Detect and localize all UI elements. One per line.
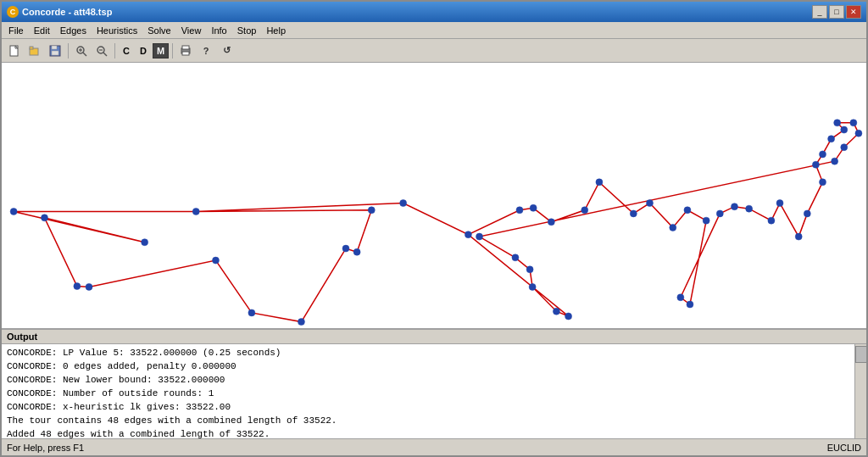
menu-view[interactable]: View	[176, 24, 207, 37]
output-scrollbar[interactable]	[854, 344, 866, 438]
output-line: CONCORDE: LP Value 5: 33522.000000 (0.25…	[7, 346, 861, 359]
menu-file[interactable]: File	[3, 24, 29, 37]
output-line: CONCORDE: 0 edges added, penalty 0.00000…	[7, 359, 861, 373]
scrollbar-thumb[interactable]	[855, 346, 866, 363]
open-button[interactable]	[25, 42, 44, 60]
svg-rect-7	[52, 51, 58, 55]
status-bar: For Help, press F1 EUCLID	[2, 438, 866, 455]
title-buttons: _ □ ✕	[812, 5, 861, 19]
tsp-graph-canvas	[2, 63, 866, 328]
output-line: CONCORDE: x-heuristic lk gives: 33522.00	[7, 400, 861, 414]
output-line: CONCORDE: New lower bound: 33522.000000	[7, 373, 861, 387]
mode-status: EUCLID	[827, 443, 861, 453]
main-window: C Concorde - att48.tsp _ □ ✕ File Edit E…	[0, 0, 868, 457]
print-button[interactable]	[176, 42, 195, 60]
separator-1	[68, 43, 69, 59]
toolbar: C D M ? ↺	[2, 39, 866, 63]
window-title: Concorde - att48.tsp	[22, 7, 112, 17]
menu-help[interactable]: Help	[261, 24, 291, 37]
save-button[interactable]	[46, 42, 64, 60]
zoom-in-button[interactable]	[72, 42, 91, 60]
zoom-out-button[interactable]	[92, 42, 111, 60]
new-button[interactable]	[5, 42, 24, 60]
c-button[interactable]: C	[119, 43, 134, 59]
output-panel: Output CONCORDE: LP Value 5: 33522.00000…	[2, 328, 866, 438]
output-line: CONCORDE: Number of outside rounds: 1	[7, 387, 861, 400]
output-label: Output	[2, 330, 866, 344]
svg-line-9	[83, 53, 86, 56]
title-bar-left: C Concorde - att48.tsp	[7, 6, 112, 18]
separator-2	[114, 43, 115, 59]
undo-button[interactable]: ↺	[217, 42, 236, 60]
menu-solve[interactable]: Solve	[142, 24, 176, 37]
output-lines: CONCORDE: LP Value 5: 33522.000000 (0.25…	[7, 346, 861, 438]
d-button[interactable]: D	[136, 43, 151, 59]
menu-info[interactable]: Info	[206, 24, 231, 37]
help-status: For Help, press F1	[7, 443, 84, 453]
svg-rect-6	[52, 46, 57, 49]
main-content: Output CONCORDE: LP Value 5: 33522.00000…	[2, 63, 866, 438]
maximize-button[interactable]: □	[829, 5, 844, 19]
svg-rect-4	[30, 47, 33, 49]
menu-bar: File Edit Edges Heuristics Solve View In…	[2, 22, 866, 39]
svg-rect-16	[182, 46, 189, 49]
svg-line-13	[103, 53, 107, 56]
output-text: CONCORDE: LP Value 5: 33522.000000 (0.25…	[2, 344, 866, 438]
app-icon: C	[7, 6, 19, 18]
title-bar: C Concorde - att48.tsp _ □ ✕	[2, 2, 866, 22]
m-button[interactable]: M	[153, 43, 169, 59]
menu-heuristics[interactable]: Heuristics	[92, 24, 142, 37]
minimize-button[interactable]: _	[812, 5, 827, 19]
canvas-area	[2, 63, 866, 328]
close-button[interactable]: ✕	[846, 5, 861, 19]
menu-edges[interactable]: Edges	[55, 24, 92, 37]
svg-rect-17	[182, 52, 189, 55]
output-line: Added 48 edges with a combined length of…	[7, 427, 861, 438]
menu-stop[interactable]: Stop	[232, 24, 262, 37]
separator-3	[172, 43, 173, 59]
help-button[interactable]: ?	[197, 42, 215, 60]
menu-edit[interactable]: Edit	[29, 24, 55, 37]
output-line: The tour contains 48 edges with a combin…	[7, 414, 861, 427]
